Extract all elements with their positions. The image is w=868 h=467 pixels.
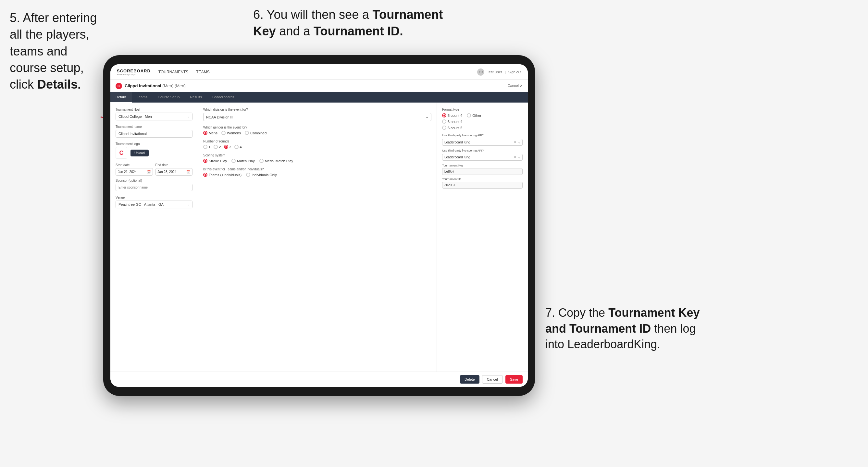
tablet-frame: SCOREBOARD Powered by clippd TOURNAMENTS… — [103, 55, 535, 396]
api1-chevron-icon: ⌄ — [518, 141, 520, 144]
teams-group: Is this event for Teams and/or Individua… — [203, 167, 431, 177]
end-date-label: End date — [155, 163, 193, 167]
col-right: Format type 5 count 4 Other — [437, 102, 528, 372]
tournament-name-group: Tournament name Clippd Invitational — [116, 125, 192, 137]
annotation-bottom-right: 7. Copy the Tournament Key and Tournamen… — [545, 305, 701, 352]
venue-input[interactable]: Peachtree GC - Atlanta - GA ⌄ — [116, 200, 192, 208]
scoring-match[interactable]: Match Play — [231, 159, 254, 163]
scoring-label: Scoring system — [203, 154, 431, 157]
delete-button[interactable]: Delete — [460, 375, 479, 383]
rounds-radio-group: 1 2 3 4 — [203, 145, 431, 149]
round4-dot — [235, 145, 239, 149]
tournament-logo-label: Tournament logo — [116, 142, 192, 146]
sign-out-divider: | — [505, 70, 506, 74]
tournament-name-label: Tournament name — [116, 125, 192, 128]
round-3[interactable]: 3 — [224, 145, 231, 149]
format-6c4-dot — [442, 119, 446, 124]
end-date-group: End date Jan 23, 2024 📅 — [155, 163, 193, 176]
calendar-icon-end: 📅 — [186, 170, 190, 174]
format-other[interactable]: Other — [467, 113, 482, 118]
sponsor-label: Sponsor (optional) — [116, 179, 192, 182]
tournament-host-label: Tournament Host — [116, 108, 192, 111]
format-options: 5 count 4 Other 6 count 4 6 count 5 — [442, 113, 523, 130]
gender-womens[interactable]: Womens — [221, 131, 241, 135]
annotation-top-right: 6. You will then see a Tournament Key an… — [253, 6, 448, 40]
format-6c5-dot — [442, 126, 446, 130]
start-date-group: Start date Jan 21, 2024 📅 — [116, 163, 153, 176]
brand-logo: SCOREBOARD Powered by clippd — [117, 68, 151, 75]
cancel-button[interactable]: Cancel — [482, 375, 503, 383]
venue-group: Venue Peachtree GC - Atlanta - GA ⌄ — [116, 196, 192, 208]
venue-chevron-icon: ⌄ — [187, 203, 190, 206]
user-avatar: TU — [477, 68, 484, 75]
scoring-group: Scoring system Stroke Play Match Play — [203, 154, 431, 163]
gender-label: Which gender is the event for? — [203, 126, 431, 129]
tournament-host-input[interactable]: Clippd College - Men ⌄ — [116, 113, 192, 120]
api1-select[interactable]: Leaderboard King ✕ ⌄ — [442, 139, 523, 146]
format-label: Format type — [442, 108, 523, 111]
api1-label: Use third-party live scoring API? — [442, 134, 523, 137]
page-footer: Delete Cancel Save — [111, 372, 528, 387]
api2-section: Use third-party live scoring API? Leader… — [442, 149, 523, 161]
tournament-key-label: Tournament Key — [442, 164, 523, 167]
scoring-stroke[interactable]: Stroke Play — [203, 159, 227, 163]
api2-x-icon[interactable]: ✕ — [514, 155, 517, 159]
round1-dot — [203, 145, 208, 149]
page-title-bar: C Clippd Invitational (Men) (Men) Cancel… — [111, 80, 528, 92]
col-middle: Which division is the event for? NCAA Di… — [198, 102, 437, 372]
page-c-logo: C — [116, 83, 122, 89]
format-6count4[interactable]: 6 count 4 — [442, 119, 523, 124]
nav-tournaments[interactable]: TOURNAMENTS — [158, 70, 188, 74]
main-content: Tournament Host Clippd College - Men ⌄ T… — [111, 102, 528, 372]
sponsor-group: Sponsor (optional) — [116, 179, 192, 191]
tablet-screen: SCOREBOARD Powered by clippd TOURNAMENTS… — [111, 64, 528, 387]
radio-combined-dot — [245, 131, 249, 135]
individuals-only[interactable]: Individuals Only — [246, 173, 277, 177]
calendar-icon: 📅 — [147, 170, 151, 174]
tab-leaderboards[interactable]: Leaderboards — [207, 92, 240, 102]
start-date-label: Start date — [116, 163, 153, 167]
scoring-radio-group: Stroke Play Match Play Medal Match Play — [203, 159, 431, 163]
gender-mens[interactable]: Mens — [203, 131, 217, 135]
format-6count5[interactable]: 6 count 5 — [442, 126, 523, 130]
division-label: Which division is the event for? — [203, 108, 431, 111]
cancel-link[interactable]: Cancel ✕ — [508, 84, 523, 88]
tournament-id-value: 302051 — [442, 182, 523, 189]
start-date-input[interactable]: Jan 21, 2024 📅 — [116, 168, 153, 176]
tab-course-setup[interactable]: Course Setup — [153, 92, 185, 102]
round-2[interactable]: 2 — [214, 145, 221, 149]
tab-details[interactable]: Details — [111, 92, 132, 102]
venue-label: Venue — [116, 196, 192, 199]
tournament-name-input[interactable]: Clippd Invitational — [116, 130, 192, 137]
round-4[interactable]: 4 — [235, 145, 242, 149]
scoring-medal[interactable]: Medal Match Play — [259, 159, 293, 163]
gender-combined[interactable]: Combined — [245, 131, 267, 135]
round2-dot — [214, 145, 218, 149]
sponsor-input[interactable] — [116, 184, 192, 191]
radio-womens-dot — [221, 131, 226, 135]
save-button[interactable]: Save — [505, 375, 523, 383]
end-date-input[interactable]: Jan 23, 2024 📅 — [155, 168, 193, 176]
round3-dot — [224, 145, 228, 149]
app-header: SCOREBOARD Powered by clippd TOURNAMENTS… — [111, 64, 528, 80]
division-select[interactable]: NCAA Division III ⌄ — [203, 113, 431, 121]
logo-preview: C — [116, 147, 127, 159]
tournament-key-value: bef6b7 — [442, 168, 523, 175]
format-5count4[interactable]: 5 count 4 — [442, 113, 462, 118]
upload-button[interactable]: Upload — [130, 150, 149, 156]
tabs-bar: Details Teams Course Setup Results Leade… — [111, 92, 528, 102]
brand-sub: Powered by clippd — [117, 73, 151, 75]
api1-x-icon[interactable]: ✕ — [514, 141, 517, 144]
sign-out-link[interactable]: Sign out — [508, 70, 521, 74]
header-right: TU Test User | Sign out — [477, 68, 521, 75]
round-1[interactable]: 1 — [203, 145, 210, 149]
api1-section: Use third-party live scoring API? Leader… — [442, 134, 523, 146]
division-group: Which division is the event for? NCAA Di… — [203, 108, 431, 121]
teams-with-individuals[interactable]: Teams (+Individuals) — [203, 173, 242, 177]
nav-teams[interactable]: TEAMS — [196, 70, 209, 74]
api2-select[interactable]: Leaderboard King ✕ ⌄ — [442, 154, 523, 161]
tab-results[interactable]: Results — [185, 92, 207, 102]
tournament-id-label: Tournament ID — [442, 178, 523, 181]
tab-teams[interactable]: Teams — [132, 92, 153, 102]
individuals-dot — [246, 173, 250, 177]
